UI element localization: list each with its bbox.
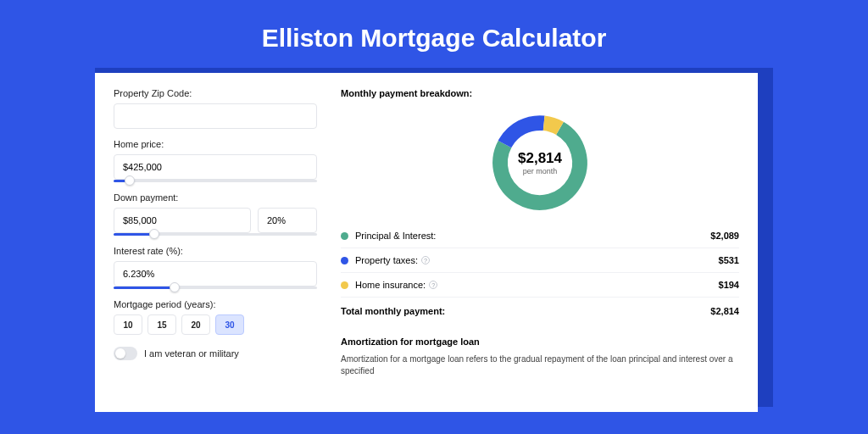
zip-input[interactable] xyxy=(114,103,317,129)
calculator-card: Property Zip Code: Home price: Down paym… xyxy=(95,73,758,412)
period-btn-20[interactable]: 20 xyxy=(181,314,210,335)
rate-input[interactable] xyxy=(114,261,317,287)
info-icon[interactable]: ? xyxy=(421,256,430,264)
breakdown-panel: Monthly payment breakdown: $2,814 per mo… xyxy=(341,88,739,397)
info-icon[interactable]: ? xyxy=(429,281,437,289)
down-group: Down payment: xyxy=(114,192,317,236)
breakdown-title: Monthly payment breakdown: xyxy=(341,88,739,98)
down-slider[interactable] xyxy=(114,233,317,236)
donut-sub: per month xyxy=(523,167,558,175)
period-buttons: 10 15 20 30 xyxy=(114,314,317,335)
period-label: Mortgage period (years): xyxy=(114,299,317,309)
legend-taxes: Property taxes: ? $531 xyxy=(341,248,739,273)
dot-icon xyxy=(341,281,348,289)
rate-group: Interest rate (%): xyxy=(114,246,317,289)
dot-icon xyxy=(341,257,348,264)
zip-group: Property Zip Code: xyxy=(114,88,317,129)
donut-center: $2,814 per month xyxy=(487,110,593,215)
slider-thumb[interactable] xyxy=(125,175,135,186)
down-pct-input[interactable] xyxy=(258,208,317,233)
slider-thumb[interactable] xyxy=(170,282,180,292)
veteran-toggle[interactable] xyxy=(114,347,137,360)
slider-thumb[interactable] xyxy=(149,229,159,239)
period-btn-15[interactable]: 15 xyxy=(147,314,176,335)
period-btn-30[interactable]: 30 xyxy=(215,314,244,335)
total-value: $2,814 xyxy=(710,306,739,316)
rate-label: Interest rate (%): xyxy=(114,246,317,256)
legend-value: $531 xyxy=(719,255,739,265)
legend-value: $2,089 xyxy=(710,231,739,241)
veteran-row: I am veteran or military xyxy=(114,347,317,360)
page-title: Elliston Mortgage Calculator xyxy=(0,0,868,68)
price-label: Home price: xyxy=(114,139,317,149)
price-input[interactable] xyxy=(114,154,317,180)
donut-chart: $2,814 per month xyxy=(487,110,593,215)
veteran-label: I am veteran or military xyxy=(144,348,239,359)
total-label: Total monthly payment: xyxy=(341,306,710,316)
legend-principal: Principal & Interest: $2,089 xyxy=(341,224,739,248)
legend-label: Principal & Interest: xyxy=(355,231,710,241)
down-amount-input[interactable] xyxy=(114,208,251,233)
form-panel: Property Zip Code: Home price: Down paym… xyxy=(114,88,317,397)
amortization-section: Amortization for mortgage loan Amortizat… xyxy=(341,337,739,377)
amort-title: Amortization for mortgage loan xyxy=(341,337,739,347)
toggle-thumb xyxy=(115,348,125,359)
donut-wrap: $2,814 per month xyxy=(341,110,739,215)
legend-label: Home insurance: ? xyxy=(355,280,719,290)
zip-label: Property Zip Code: xyxy=(114,88,317,98)
amort-text: Amortization for a mortgage loan refers … xyxy=(341,353,739,377)
price-group: Home price: xyxy=(114,139,317,182)
price-slider[interactable] xyxy=(114,180,317,182)
period-group: Mortgage period (years): 10 15 20 30 xyxy=(114,299,317,335)
legend-insurance: Home insurance: ? $194 xyxy=(341,273,739,298)
donut-amount: $2,814 xyxy=(518,150,562,167)
legend-total: Total monthly payment: $2,814 xyxy=(341,298,739,323)
legend-value: $194 xyxy=(719,280,739,290)
card-shadow: Property Zip Code: Home price: Down paym… xyxy=(95,68,773,407)
legend-label: Property taxes: ? xyxy=(355,255,719,265)
down-label: Down payment: xyxy=(114,192,317,203)
dot-icon xyxy=(341,232,348,240)
rate-slider[interactable] xyxy=(114,287,317,289)
period-btn-10[interactable]: 10 xyxy=(114,314,142,335)
